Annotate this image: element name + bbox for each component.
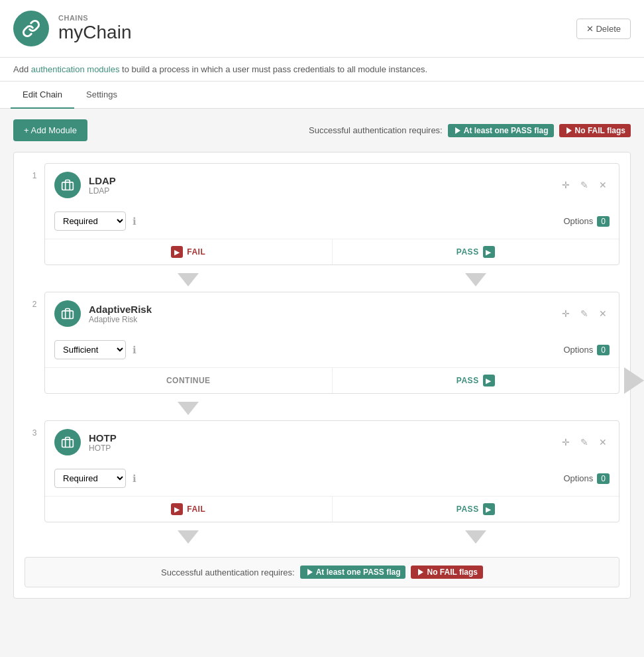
module-select-1[interactable]: Required Sufficient Optional	[54, 211, 126, 231]
bottom-auth-footer: Successful authentication requires: At l…	[25, 557, 619, 587]
module-controls-1: Required Sufficient Optional ℹ Options 0	[45, 206, 619, 239]
delete-icon-1[interactable]: ✕	[596, 178, 610, 192]
step-row-2: 2 AdaptiveRisk Adaptive Risk ✛	[25, 292, 619, 394]
page-header: CHAINS myChain ✕ Delete	[0, 0, 644, 58]
arrow-down-2-right	[332, 399, 619, 418]
options-label-1: Options 0	[564, 216, 610, 227]
module-card-2: AdaptiveRisk Adaptive Risk ✛ ✎ ✕ Require…	[44, 292, 619, 394]
pass-flag-badge-bottom: At least one PASS flag	[300, 566, 406, 579]
options-count-3: 0	[597, 473, 610, 484]
edit-icon-2[interactable]: ✎	[578, 307, 591, 320]
module-card-1: LDAP LDAP ✛ ✎ ✕ Required Sufficient Opti…	[44, 163, 619, 265]
tab-edit-chain[interactable]: Edit Chain	[11, 82, 74, 109]
module-name-group-3: HOTP HOTP	[89, 432, 551, 453]
step-number-2: 2	[25, 292, 44, 309]
continue-cell-2: CONTINUE	[45, 368, 333, 393]
arrow-down-shape-1	[178, 273, 199, 286]
svg-marker-5	[307, 569, 313, 575]
delete-icon-2[interactable]: ✕	[596, 307, 610, 320]
tab-settings[interactable]: Settings	[74, 82, 129, 109]
move-icon-3[interactable]: ✛	[559, 436, 572, 449]
module-icon-3	[54, 429, 81, 455]
move-icon-2[interactable]: ✛	[559, 307, 572, 320]
add-module-button[interactable]: + Add Module	[13, 119, 87, 141]
options-count-1: 0	[597, 216, 610, 227]
main-content: + Add Module Successful authentication r…	[0, 109, 644, 609]
toolbar: + Add Module Successful authentication r…	[13, 119, 631, 141]
info-icon-2[interactable]: ℹ	[133, 344, 136, 356]
header-left: CHAINS myChain	[13, 11, 131, 46]
svg-marker-0	[455, 127, 460, 134]
module-name-1: LDAP	[89, 175, 551, 186]
fail-flag-badge-bottom: No FAIL flags	[411, 566, 482, 579]
arrow-down-3-left	[44, 528, 332, 546]
arrow-row-2	[25, 399, 619, 418]
info-icon-1[interactable]: ℹ	[133, 215, 136, 227]
module-select-2[interactable]: Required Sufficient Optional	[54, 340, 126, 359]
tab-bar: Edit Chain Settings	[0, 82, 644, 109]
svg-marker-1	[566, 127, 572, 134]
options-label-2: Options 0	[564, 345, 610, 355]
pass-icon-1: ▶	[483, 246, 495, 258]
module-type-1: LDAP	[89, 186, 551, 196]
module-actions-2: ✛ ✎ ✕	[559, 307, 610, 320]
arrow-down-2-left	[44, 399, 332, 418]
arrow-down-1-left	[44, 270, 332, 289]
arrow-down-shape-3r	[465, 530, 486, 544]
pass-cell-2: PASS ▶	[333, 368, 619, 393]
svg-rect-2	[62, 182, 74, 190]
info-icon-3[interactable]: ℹ	[133, 473, 136, 485]
module-header-2: AdaptiveRisk Adaptive Risk ✛ ✎ ✕	[45, 292, 619, 335]
fail-flag-badge-top: No FAIL flags	[559, 124, 631, 137]
breadcrumb: CHAINS	[58, 14, 131, 22]
arrow-down-shape-1r	[465, 273, 486, 286]
module-actions-3: ✛ ✎ ✕	[559, 436, 610, 449]
module-card-3: HOTP HOTP ✛ ✎ ✕ Required Sufficient Opti…	[44, 420, 619, 522]
svg-rect-4	[62, 440, 74, 448]
pass-flag-badge-top: At least one PASS flag	[448, 124, 554, 137]
step-number-1: 1	[25, 163, 44, 180]
module-select-3[interactable]: Required Sufficient Optional	[54, 469, 126, 488]
step-number-3: 3	[25, 420, 44, 438]
module-header-1: LDAP LDAP ✛ ✎ ✕	[45, 164, 619, 206]
module-controls-3: Required Sufficient Optional ℹ Options 0	[45, 463, 619, 496]
arrow-down-shape-2	[178, 402, 199, 415]
arrow-down-1-right	[332, 270, 619, 289]
fail-icon-3: ▶	[171, 503, 183, 515]
title-group: CHAINS myChain	[58, 14, 131, 43]
module-type-3: HOTP	[89, 444, 551, 453]
auth-requires-label-top: Successful authentication requires:	[309, 125, 443, 135]
flag-row-1: ▶ FAIL PASS ▶	[45, 239, 619, 265]
svg-marker-6	[418, 569, 423, 575]
arrow-right-2	[624, 367, 644, 394]
flag-row-3: ▶ FAIL PASS ▶	[45, 496, 619, 522]
module-icon-1	[54, 172, 81, 198]
pass-cell-1: PASS ▶	[333, 239, 619, 265]
move-icon-1[interactable]: ✛	[559, 178, 572, 192]
module-controls-2: Required Sufficient Optional ℹ Options 0	[45, 335, 619, 367]
step-row-1: 1 LDAP LDAP ✛ ✎	[25, 163, 619, 265]
auth-modules-link[interactable]: authentication modules	[31, 64, 120, 74]
pass-icon-2: ▶	[483, 375, 495, 387]
module-name-group-2: AdaptiveRisk Adaptive Risk	[89, 304, 551, 324]
page-title: myChain	[58, 22, 131, 43]
arrow-row-1	[25, 270, 619, 289]
flag-row-2: CONTINUE PASS ▶	[45, 367, 619, 393]
options-label-3: Options 0	[564, 473, 610, 484]
step-row-3: 3 HOTP HOTP ✛ ✎	[25, 420, 619, 522]
arrow-down-3-right	[332, 528, 619, 546]
module-name-3: HOTP	[89, 432, 551, 444]
module-header-3: HOTP HOTP ✛ ✎ ✕	[45, 421, 619, 463]
edit-icon-3[interactable]: ✎	[578, 436, 591, 449]
module-icon-2	[54, 300, 81, 327]
delete-button[interactable]: ✕ Delete	[576, 19, 631, 39]
delete-icon-3[interactable]: ✕	[596, 436, 610, 449]
fail-cell-3: ▶ FAIL	[45, 497, 333, 522]
svg-rect-3	[62, 311, 74, 319]
edit-icon-1[interactable]: ✎	[578, 178, 591, 192]
options-text-1: Options	[564, 216, 594, 226]
options-count-2: 0	[597, 345, 610, 355]
module-name-group-1: LDAP LDAP	[89, 175, 551, 196]
chain-logo	[13, 11, 49, 46]
options-text-3: Options	[564, 473, 594, 483]
